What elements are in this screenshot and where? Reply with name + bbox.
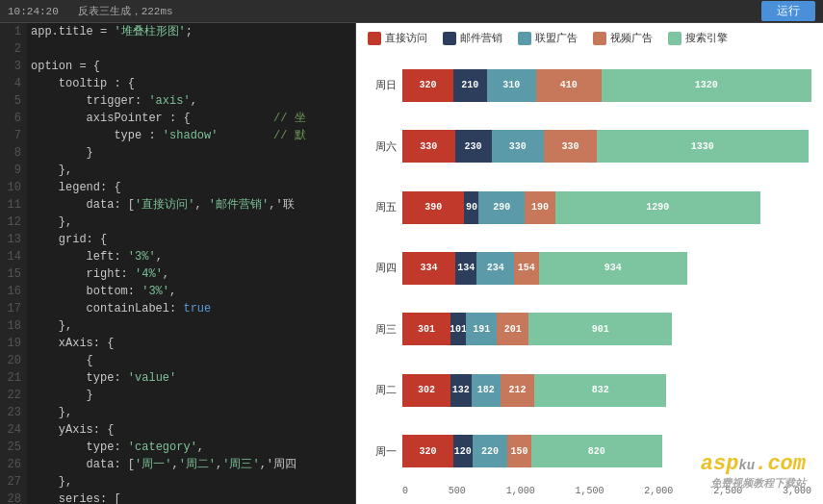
line-number: 24 <box>0 421 27 439</box>
line-number: 19 <box>0 335 27 352</box>
code-line: 12 }, <box>0 214 355 231</box>
bar-segment: 330 <box>402 130 455 163</box>
time-label: 10:24:20 <box>8 6 59 17</box>
top-bar-info: 10:24:20 反表三生成，222ms <box>8 4 173 18</box>
bar-row-label: 周一 <box>368 444 397 459</box>
code-line: 9 }, <box>0 162 355 179</box>
line-number: 1 <box>0 23 27 40</box>
bar-row: 周二302132182212832 <box>368 374 811 407</box>
bar-segment: 182 <box>472 374 501 407</box>
bar-segment: 132 <box>450 374 472 407</box>
bar-segment: 90 <box>464 191 478 224</box>
line-content: type: 'value' <box>27 369 176 387</box>
line-number: 8 <box>0 144 27 162</box>
x-axis-label: 2,000 <box>644 486 673 496</box>
line-content: type: 'category', <box>27 439 204 456</box>
line-number: 23 <box>0 404 27 421</box>
bar-row: 周三301101191201901 <box>368 313 811 345</box>
bar-segment: 101 <box>450 313 467 345</box>
bar-segment: 1290 <box>555 191 760 224</box>
line-number: 10 <box>0 179 27 196</box>
code-line: 22 } <box>0 387 355 404</box>
bar-segment: 901 <box>528 313 672 345</box>
code-line: 16 bottom: '3%', <box>0 283 355 300</box>
line-number: 16 <box>0 283 27 300</box>
bar-container: 3302303303301330 <box>402 130 811 163</box>
legend: 直接访问邮件营销联盟广告视频广告搜索引擎 <box>368 31 811 45</box>
line-number: 13 <box>0 231 27 248</box>
code-line: 3option = { <box>0 58 355 75</box>
line-content: { <box>27 352 93 369</box>
line-content: series: [ <box>27 491 121 504</box>
bar-segment: 330 <box>492 130 545 163</box>
x-axis-label: 1,000 <box>506 486 535 496</box>
line-content: xAxis: { <box>27 335 114 352</box>
legend-item: 直接访问 <box>368 31 427 45</box>
code-line: 4 tooltip : { <box>0 75 355 92</box>
bar-segment: 832 <box>534 374 667 407</box>
code-panel: 1app.title = '堆叠柱形图';23option = {4 toolt… <box>0 23 356 504</box>
line-number: 22 <box>0 387 27 404</box>
legend-item: 联盟广告 <box>518 31 578 45</box>
bar-row-label: 周二 <box>368 383 397 397</box>
bar-segment: 320 <box>402 69 453 102</box>
x-axis-label: 500 <box>449 486 466 496</box>
line-number: 18 <box>0 317 27 335</box>
bar-container: 302132182212832 <box>402 374 811 407</box>
bar-segment: 334 <box>402 252 455 285</box>
bar-segment: 190 <box>525 191 554 224</box>
bar-container: 3202103104101320 <box>402 69 811 102</box>
code-line: 1app.title = '堆叠柱形图'; <box>0 23 355 40</box>
watermark: aspku.com 免费视频教程下载站 <box>701 452 806 491</box>
code-line: 6 axisPointer : { // 坐 <box>0 110 355 127</box>
line-number: 15 <box>0 265 27 283</box>
bar-segment: 154 <box>514 252 538 285</box>
bar-segment: 320 <box>402 435 453 467</box>
legend-label: 视频广告 <box>610 31 653 45</box>
legend-label: 邮件营销 <box>460 31 502 45</box>
bar-segment: 390 <box>402 191 464 224</box>
line-number: 12 <box>0 214 27 231</box>
bar-segment: 201 <box>497 313 528 345</box>
line-content: }, <box>27 162 72 179</box>
x-axis-label: 0 <box>402 486 408 496</box>
line-content <box>27 40 31 58</box>
legend-label: 直接访问 <box>385 31 427 45</box>
bar-segment: 212 <box>501 374 534 407</box>
bar-segment: 1320 <box>602 69 811 102</box>
main-content: 1app.title = '堆叠柱形图';23option = {4 toolt… <box>0 23 823 504</box>
line-number: 6 <box>0 110 27 127</box>
line-number: 25 <box>0 439 27 456</box>
line-content: type : 'shadow' // 默 <box>27 127 306 144</box>
code-line: 15 right: '4%', <box>0 265 355 283</box>
line-content: data: ['周一','周二','周三','周四 <box>27 456 296 473</box>
bar-row: 周五390902901901290 <box>368 191 811 224</box>
bar-segment: 134 <box>455 252 476 285</box>
legend-label: 搜索引擎 <box>685 31 728 45</box>
chart-area: 周日3202103104101320周六3302303303301330周五39… <box>368 55 811 482</box>
line-number: 14 <box>0 248 27 265</box>
line-number: 2 <box>0 40 27 58</box>
line-number: 11 <box>0 196 27 214</box>
line-content: left: '3%', <box>27 248 163 265</box>
code-line: 26 data: ['周一','周二','周三','周四 <box>0 456 355 473</box>
line-number: 26 <box>0 456 27 473</box>
code-line: 10 legend: { <box>0 179 355 196</box>
code-line: 17 containLabel: true <box>0 300 355 317</box>
code-line: 28 series: [ <box>0 491 355 504</box>
line-content: data: ['直接访问', '邮件营销','联 <box>27 196 295 214</box>
line-content: legend: { <box>27 179 121 196</box>
code-line: 8 } <box>0 144 355 162</box>
legend-item: 搜索引擎 <box>668 31 728 45</box>
line-content: right: '4%', <box>27 265 169 283</box>
line-content: app.title = '堆叠柱形图'; <box>27 23 193 40</box>
run-button[interactable]: 运行 <box>761 1 815 21</box>
legend-item: 邮件营销 <box>443 31 502 45</box>
bar-segment: 150 <box>507 435 531 467</box>
top-bar: 10:24:20 反表三生成，222ms 运行 <box>0 0 823 23</box>
chart-wrapper: 周日3202103104101320周六3302303303301330周五39… <box>368 55 811 496</box>
bar-container: 301101191201901 <box>402 313 811 345</box>
legend-color-dot <box>593 32 606 45</box>
code-line: 14 left: '3%', <box>0 248 355 265</box>
line-number: 21 <box>0 369 27 387</box>
